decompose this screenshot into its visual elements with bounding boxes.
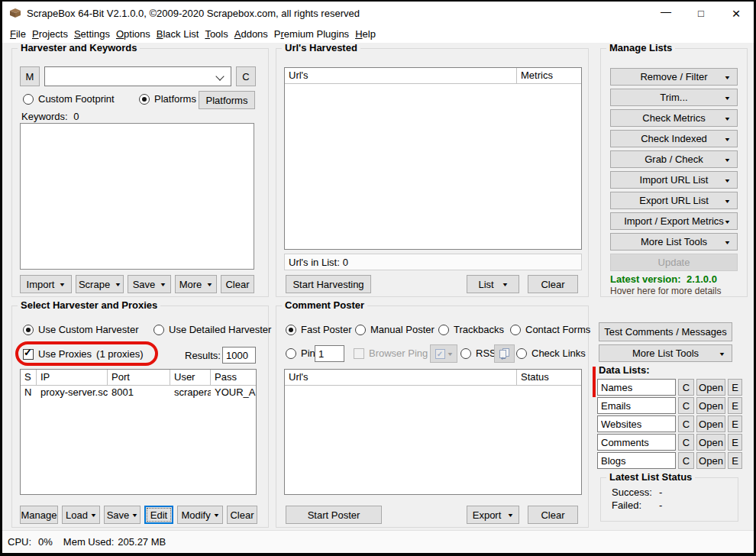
clear-keywords-button[interactable]: Clear	[221, 275, 254, 293]
import-url-list-button[interactable]: Import URL List▼	[610, 171, 738, 189]
more-list-tools-button[interactable]: More List Tools▼	[610, 233, 738, 251]
data-list-comments-e-button[interactable]: E	[728, 434, 742, 451]
clear-poster-button[interactable]: Clear	[528, 506, 578, 524]
data-list-comments-c-button[interactable]: C	[678, 434, 694, 451]
radio-use-custom-harvester[interactable]: Use Custom Harvester	[23, 324, 138, 335]
close-button[interactable]: ×	[719, 2, 754, 24]
remove-filter-button[interactable]: Remove / Filter▼	[610, 68, 738, 86]
open-label: Open	[699, 455, 723, 467]
data-list-emails-open-button[interactable]: Open	[696, 397, 725, 414]
more-list-tools-2-button[interactable]: More List Tools▼	[599, 344, 732, 362]
proxy-row[interactable]: N proxy-server.scr 8001 scrapera YOUR_A	[21, 386, 256, 400]
c-label: C	[683, 437, 690, 448]
menu-black-list[interactable]: Black List	[153, 26, 202, 42]
menu-options[interactable]: Options	[113, 26, 153, 42]
data-list-comments-open-button[interactable]: Open	[696, 434, 725, 451]
menu-settings[interactable]: Settings	[71, 26, 113, 42]
data-list-blogs-open-button[interactable]: Open	[696, 452, 725, 469]
column-header-s[interactable]: S	[21, 370, 37, 385]
radio-fast-poster[interactable]: Fast Poster	[286, 324, 351, 335]
data-list-emails-input[interactable]	[597, 397, 676, 414]
import-export-metrics-button[interactable]: Import / Export Metrics▼	[610, 212, 738, 230]
column-header-urls[interactable]: Url's	[285, 370, 517, 385]
m-button[interactable]: M	[20, 66, 40, 86]
column-header-ip[interactable]: IP	[37, 370, 108, 385]
data-list-websites-c-button[interactable]: C	[678, 415, 694, 432]
modify-proxies-button[interactable]: Modify▼	[177, 506, 223, 524]
data-list-websites-e-button[interactable]: E	[728, 415, 742, 432]
data-list-names-e-button[interactable]: E	[728, 379, 742, 396]
clear-proxies-button[interactable]: Clear	[227, 506, 257, 524]
scrape-button[interactable]: Scrape▼	[76, 275, 124, 293]
proxy-list-body[interactable]: N proxy-server.scr 8001 scrapera YOUR_A	[21, 386, 256, 400]
menu-help[interactable]: Help	[352, 26, 379, 42]
ping-mode-dropdown-button[interactable]: ✓ ▼	[430, 344, 457, 363]
rss-pages-button[interactable]	[494, 344, 515, 363]
window-title: ScrapeBox 64-Bit V2.1.0.0, ©2009-2020 Sc…	[27, 8, 360, 19]
clear-urls-button[interactable]: Clear	[528, 275, 578, 293]
minimize-button[interactable]: —	[648, 2, 683, 24]
menu-addons[interactable]: Addons	[231, 26, 271, 42]
column-header-status[interactable]: Status	[517, 370, 581, 385]
menu-tools[interactable]: Tools	[202, 26, 231, 42]
edit-proxies-button[interactable]: Edit	[144, 506, 173, 524]
radio-manual-poster[interactable]: Manual Poster	[355, 324, 435, 335]
footprint-combobox[interactable]	[44, 66, 231, 86]
data-list-names-open-button[interactable]: Open	[696, 379, 725, 396]
data-list-websites-open-button[interactable]: Open	[696, 415, 725, 432]
check-indexed-button[interactable]: Check Indexed▼	[610, 130, 738, 147]
column-header-urls[interactable]: Url's	[285, 68, 517, 83]
start-harvesting-button[interactable]: Start Harvesting	[286, 275, 371, 293]
start-poster-button[interactable]: Start Poster	[286, 506, 382, 524]
mem-value: 205.27 MB	[118, 536, 166, 548]
data-list-blogs-input[interactable]	[597, 452, 676, 469]
checkbox-use-proxies[interactable]: ✓ Use Proxies (1 proxies)	[23, 348, 144, 360]
menu-file[interactable]: File	[7, 26, 29, 42]
grab-check-button[interactable]: Grab / Check▼	[610, 150, 738, 168]
trim-button[interactable]: Trim...▼	[610, 89, 738, 106]
radio-trackbacks[interactable]: Trackbacks	[438, 324, 504, 335]
menu-projects[interactable]: Projects	[29, 26, 71, 42]
update-button[interactable]: Update	[610, 254, 738, 271]
maximize-button[interactable]: □	[683, 2, 719, 24]
ping-count-input[interactable]	[315, 345, 344, 362]
platforms-button[interactable]: Platforms	[199, 91, 255, 109]
save-proxies-button[interactable]: Save▼	[104, 506, 141, 524]
dropdown-arrow-icon: ▼	[446, 351, 453, 357]
radio-platforms[interactable]: Platforms	[139, 93, 196, 105]
check-metrics-button[interactable]: Check Metrics▼	[610, 109, 738, 127]
column-header-port[interactable]: Port	[108, 370, 170, 385]
data-list-emails-e-button[interactable]: E	[728, 397, 742, 414]
export-button[interactable]: Export▼	[467, 506, 519, 524]
save-keywords-button[interactable]: Save▼	[128, 275, 171, 293]
list-button[interactable]: List▼	[467, 275, 519, 293]
export-url-list-button[interactable]: Export URL List▼	[610, 192, 738, 209]
manage-proxies-button[interactable]: Manage	[20, 506, 58, 524]
dropdown-arrow-icon: ▼	[501, 282, 508, 287]
data-list-names-c-button[interactable]: C	[678, 379, 694, 396]
radio-check-links[interactable]: Check Links	[516, 348, 586, 359]
radio-contact-forms[interactable]: Contact Forms	[510, 324, 590, 335]
data-list-names-input[interactable]	[597, 379, 676, 396]
data-list-blogs-c-button[interactable]: C	[678, 452, 694, 469]
column-header-metrics[interactable]: Metrics	[517, 68, 581, 83]
data-list-websites-input[interactable]	[597, 415, 676, 432]
keywords-textarea[interactable]	[20, 123, 254, 270]
radio-use-detailed-harvester[interactable]: Use Detailed Harvester	[153, 324, 271, 335]
more-button[interactable]: More▼	[175, 275, 217, 293]
column-header-pass[interactable]: Pass	[211, 370, 256, 385]
column-header-user[interactable]: User	[170, 370, 211, 385]
test-comments-messages-button[interactable]: Test Comments / Messages	[599, 322, 732, 341]
data-list-comments-input[interactable]	[597, 434, 676, 451]
checkbox-browser-ping[interactable]: Browser Ping	[354, 348, 428, 359]
radio-rss[interactable]: RSS	[460, 348, 496, 359]
c-button[interactable]: C	[236, 66, 256, 86]
radio-custom-footprint[interactable]: Custom Footprint	[23, 93, 115, 105]
data-list-emails-c-button[interactable]: C	[678, 397, 694, 414]
load-proxies-button[interactable]: Load▼	[62, 506, 100, 524]
data-list-blogs-e-button[interactable]: E	[728, 452, 742, 469]
menu-premium-plugins[interactable]: Premium Plugins	[271, 26, 352, 42]
import-button[interactable]: Import▼	[20, 275, 72, 293]
results-input[interactable]	[222, 347, 256, 364]
latest-list-status-group: Latest List Status Success: - Failed: -	[600, 477, 738, 522]
